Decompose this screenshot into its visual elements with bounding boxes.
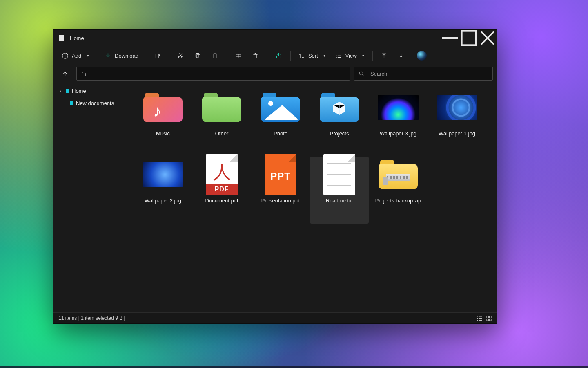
toolbar: Add▼ Download [53,46,497,65]
search-input[interactable] [370,70,488,77]
svg-point-4 [181,56,183,58]
nav-up-button[interactable] [58,67,72,80]
grid-item-presentation-ppt[interactable]: PPT Presentation.ppt [251,157,310,224]
view-button[interactable]: View▼ [331,49,369,63]
chevron-down-icon: ▼ [323,54,326,58]
download-to-button[interactable] [393,49,410,63]
sort-label: Sort [308,53,318,59]
list-icon [335,52,342,59]
grid-item-other[interactable]: Other [192,90,251,157]
svg-point-3 [179,56,180,58]
move-button[interactable] [149,49,166,63]
folder-mark-icon [66,89,69,93]
chevron-down-icon: ▼ [362,54,365,58]
details-view-icon[interactable] [477,315,483,321]
address-bar[interactable] [76,67,350,81]
taskbar[interactable] [0,366,588,368]
search-box[interactable] [354,67,493,81]
grid-item-photo[interactable]: Photo [251,90,310,157]
address-row [53,65,497,82]
cube-icon [331,100,347,117]
toolbar-divider [169,51,169,61]
grid-item-music[interactable]: ♪ Music [134,90,192,157]
rename-icon [235,52,242,59]
svg-point-10 [359,72,363,75]
svg-rect-11 [487,316,489,318]
toolbar-divider [227,51,227,61]
grid-item-readme-txt[interactable]: Readme.txt [310,157,369,224]
arrow-down-bar-icon [398,52,405,59]
delete-button[interactable] [247,49,264,63]
image-thumbnail [437,95,477,120]
user-avatar[interactable] [417,51,427,61]
grid-item-label: Projects backup.zip [375,197,421,204]
add-button[interactable]: Add▼ [58,49,94,63]
svg-rect-12 [489,316,491,318]
add-label: Add [72,53,81,59]
svg-rect-9 [236,54,241,56]
share-icon [275,52,282,59]
svg-rect-5 [196,53,199,57]
pdf-band: PDF [206,184,238,195]
svg-rect-2 [155,54,159,58]
sidebar-item-label: Home [72,88,86,94]
paste-button[interactable] [207,49,223,63]
grid-item-label: Music [156,130,170,137]
sort-button[interactable]: Sort▼ [294,49,330,63]
view-label: View [345,53,357,59]
grid-item-label: Projects [330,130,349,137]
grid-item-label: Wallpaper 1.jpg [439,130,475,137]
window-title: Home [70,35,84,41]
text-file-icon [327,163,351,190]
grid-item-label: Presentation.ppt [261,197,300,204]
grid-item-projects[interactable]: Projects [310,90,369,157]
maximize-button[interactable] [459,30,478,46]
arrow-up-bar-icon [381,52,388,59]
svg-rect-14 [489,319,491,321]
file-grid[interactable]: ♪ Music Other Photo Projects [131,82,497,312]
grid-item-projects-backup-zip[interactable]: Projects backup.zip [369,157,428,224]
close-button[interactable] [478,30,497,46]
rename-button[interactable] [230,49,247,63]
svg-rect-7 [214,54,217,58]
chevron-right-icon: › [58,89,63,93]
close-icon [478,29,497,47]
toolbar-divider [267,51,267,61]
maximize-icon [459,29,478,47]
minimize-icon [441,29,459,47]
download-button[interactable]: Download [100,49,143,63]
title-bar[interactable]: Home [53,30,497,46]
grid-item-label: Wallpaper 3.jpg [380,130,416,137]
svg-rect-0 [462,31,476,45]
svg-rect-6 [197,54,200,58]
trash-icon [252,52,259,59]
svg-rect-8 [214,53,216,54]
folder-mark-icon [70,101,74,105]
grid-view-icon[interactable] [486,315,492,321]
home-icon [81,71,87,76]
sidebar-item-home[interactable]: › Home [53,85,131,97]
clipboard-icon [212,52,218,59]
grid-item-label: Other [215,130,229,137]
toolbar-divider [146,51,146,61]
grid-item-wallpaper3[interactable]: Wallpaper 3.jpg [369,90,428,157]
share-button[interactable] [271,49,287,63]
toolbar-divider [97,51,97,61]
sidebar-item-label: New documents [76,100,114,106]
cut-button[interactable] [173,49,189,63]
move-icon [154,52,161,59]
grid-item-wallpaper1[interactable]: Wallpaper 1.jpg [428,90,486,157]
download-icon [105,52,111,59]
grid-item-label: Wallpaper 2.jpg [145,197,181,204]
window-body: › Home New documents ♪ Music Other [53,82,497,312]
status-bar: 11 items | 1 item selected 9 B | [53,312,497,323]
music-note-icon: ♪ [153,102,161,120]
app-icon [59,35,64,41]
copy-button[interactable] [190,49,206,63]
file-manager-window: Home Add▼ Download [53,29,497,324]
sidebar-item-new-documents[interactable]: New documents [53,97,131,109]
grid-item-wallpaper2[interactable]: Wallpaper 2.jpg [134,157,192,224]
minimize-button[interactable] [441,30,459,46]
upload-button[interactable] [376,49,392,63]
grid-item-document-pdf[interactable]: 人PDF Document.pdf [192,157,251,224]
